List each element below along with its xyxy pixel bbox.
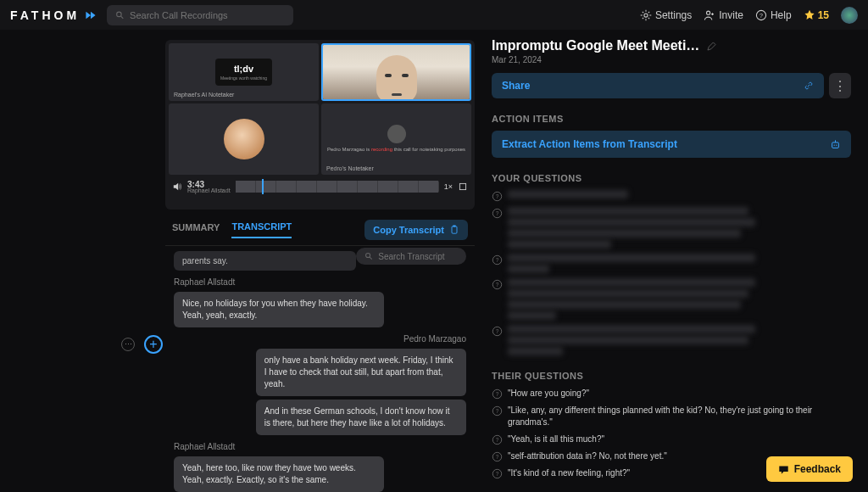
prev-fragment: parents say. [174, 251, 356, 271]
playback-speed[interactable]: 1× [444, 182, 453, 191]
link-icon [804, 81, 814, 91]
svg-text:?: ? [496, 210, 499, 216]
question-item[interactable]: ?"Like, any, any different things planne… [492, 405, 851, 428]
question-item-blurred[interactable]: ? [492, 325, 851, 355]
svg-point-13 [836, 144, 837, 145]
search-icon [364, 251, 373, 261]
add-highlight-button[interactable]: + [144, 335, 163, 354]
svg-text:?: ? [496, 193, 499, 199]
meeting-date: Mar 21, 2024 [492, 55, 851, 64]
robot-icon [830, 139, 841, 150]
tldv-brand: tl;dv [234, 64, 253, 74]
clipboard-icon [449, 225, 459, 235]
settings-button[interactable]: Settings [640, 9, 692, 21]
share-button[interactable]: Share [492, 73, 824, 98]
question-item-blurred[interactable]: ? [492, 254, 851, 273]
transcript-pane[interactable]: parents say. Raphael AllstadtNice, no ho… [165, 246, 475, 492]
search-icon [115, 10, 125, 20]
svg-point-12 [834, 144, 835, 145]
transcript-entry-menu[interactable]: ⋯ [121, 338, 135, 351]
svg-point-2 [644, 13, 648, 16]
svg-point-9 [366, 253, 370, 257]
question-icon: ? [492, 451, 503, 462]
speaker-label: Raphael Allstadt [165, 274, 475, 290]
video-tile-1[interactable]: tl;dv Meetings worth watching Raphael's … [169, 43, 319, 101]
user-avatar[interactable] [841, 7, 858, 24]
svg-rect-8 [453, 226, 456, 227]
svg-text:?: ? [496, 282, 499, 288]
svg-text:?: ? [496, 328, 499, 334]
edit-icon[interactable] [706, 41, 717, 52]
speaker-label: Raphael Allstadt [165, 439, 475, 455]
points-badge[interactable]: 15 [804, 9, 829, 21]
tldv-sub: Meetings worth watching [220, 75, 267, 81]
question-icon: ? [492, 326, 503, 337]
fullscreen-icon[interactable] [458, 182, 468, 192]
question-text: "Like, any, any different things planned… [508, 405, 851, 428]
star-icon [804, 9, 815, 21]
transcript-search-input[interactable] [378, 252, 458, 261]
question-text: "It's kind of a new feeling, right?" [508, 467, 630, 479]
brand-icon [85, 9, 97, 21]
brand-text: FATHOM [10, 8, 80, 22]
tile-caption: Pedro's Notetaker [326, 165, 374, 171]
question-item-blurred[interactable]: ? [492, 207, 851, 249]
invite-button[interactable]: Invite [704, 9, 743, 21]
global-search-input[interactable] [130, 10, 285, 20]
transcript-bubble[interactable]: Yeah, here too, like now they have two w… [174, 456, 384, 492]
svg-point-3 [707, 11, 710, 14]
chat-icon [778, 464, 789, 475]
gear-icon [640, 9, 652, 21]
video-player[interactable]: tl;dv Meetings worth watching Raphael's … [165, 40, 475, 210]
video-tile-2[interactable] [321, 43, 471, 101]
svg-rect-11 [832, 142, 839, 148]
question-icon: ? [492, 279, 503, 290]
meeting-title: Impromptu Google Meet Meeti… [492, 38, 699, 53]
transcript-bubble[interactable]: And in these German schools, I don't kno… [256, 400, 466, 435]
question-item-blurred[interactable]: ? [492, 190, 851, 202]
video-tile-3[interactable] [169, 103, 319, 175]
question-icon: ? [492, 434, 503, 445]
svg-text:?: ? [496, 391, 499, 397]
svg-text:?: ? [496, 454, 499, 460]
question-text: "self-attribution data in? No, not there… [508, 450, 667, 462]
their-questions-heading: THEIR QUESTIONS [492, 371, 851, 381]
help-button[interactable]: ? Help [755, 9, 792, 21]
transcript-search[interactable] [356, 248, 466, 265]
brand-logo[interactable]: FATHOM [10, 8, 97, 22]
svg-text:?: ? [496, 257, 499, 263]
feedback-button[interactable]: Feedback [766, 456, 853, 482]
video-tile-4[interactable]: Pedro Marzagao is recording this call fo… [321, 103, 471, 175]
question-icon: ? [492, 191, 503, 202]
question-icon: ? [492, 389, 503, 400]
points-value: 15 [818, 9, 829, 21]
question-icon: ? [492, 468, 503, 479]
recording-notice: Pedro Marzagao is recording this call fo… [327, 147, 465, 154]
transcript-bubble[interactable]: only have a bank holiday next week. Frid… [256, 349, 466, 396]
global-search[interactable] [107, 5, 293, 25]
person-plus-icon [704, 9, 715, 21]
question-item-blurred[interactable]: ? [492, 278, 851, 320]
progress-bar[interactable] [236, 181, 439, 193]
tab-transcript[interactable]: TRANSCRIPT [231, 221, 292, 238]
copy-transcript-button[interactable]: Copy Transcript [364, 220, 468, 240]
svg-text:?: ? [760, 12, 763, 18]
extract-action-items-button[interactable]: Extract Action Items from Transcript [492, 131, 851, 158]
question-item[interactable]: ?"How are you going?" [492, 388, 851, 400]
svg-text:?: ? [496, 408, 499, 414]
tile-caption: Raphael's AI Notetaker [174, 92, 234, 98]
question-icon: ? [492, 208, 503, 219]
tab-bar: SUMMARY TRANSCRIPT Copy Transcript [165, 210, 475, 246]
question-text: "Yeah, is it all this much?" [508, 433, 604, 445]
svg-line-10 [370, 257, 372, 260]
help-icon: ? [755, 9, 767, 21]
transcript-bubble[interactable]: Nice, no holidays for you when they have… [174, 292, 384, 327]
tab-summary[interactable]: SUMMARY [172, 222, 220, 238]
speaker-label: Pedro Marzagao [165, 331, 475, 347]
action-items-heading: ACTION ITEMS [492, 114, 851, 124]
question-icon: ? [492, 405, 503, 417]
share-menu-button[interactable]: ⋮ [829, 73, 851, 98]
volume-icon[interactable] [172, 182, 182, 192]
question-item[interactable]: ?"Yeah, is it all this much?" [492, 433, 851, 445]
question-icon: ? [492, 254, 503, 266]
